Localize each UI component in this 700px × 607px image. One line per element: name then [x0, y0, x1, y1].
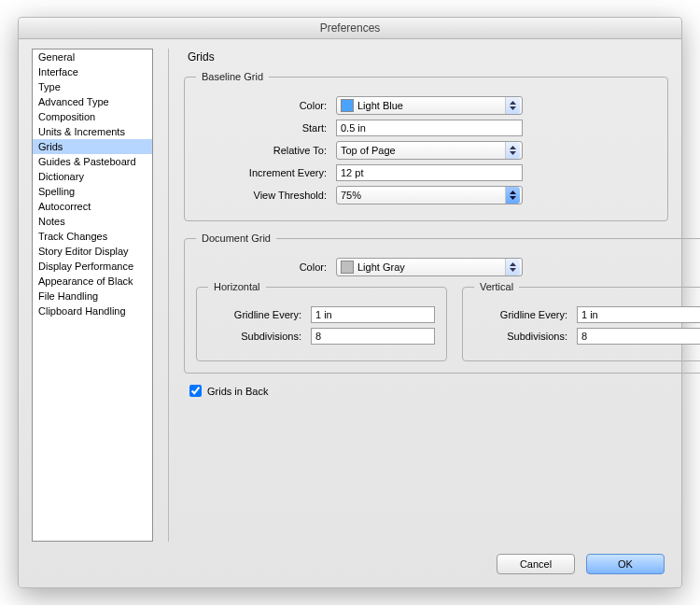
color-swatch-icon — [341, 99, 354, 112]
bg-relative-label: Relative To: — [196, 145, 330, 156]
baseline-grid-group: Baseline Grid Color: Light Blue Start: R… — [184, 71, 668, 221]
bg-threshold-label: View Threshold: — [196, 190, 330, 201]
sidebar-item-clipboard-handling[interactable]: Clipboard Handling — [33, 304, 152, 318]
sidebar-item-notes[interactable]: Notes — [33, 214, 152, 229]
document-grid-legend: Document Grid — [196, 233, 276, 244]
sidebar-item-track-changes[interactable]: Track Changes — [33, 229, 152, 244]
updown-icon — [505, 187, 520, 204]
window-title: Preferences — [19, 18, 681, 39]
sidebar-item-dictionary[interactable]: Dictionary — [33, 169, 152, 184]
ok-button[interactable]: OK — [586, 554, 665, 574]
dg-color-label: Color: — [196, 261, 330, 273]
dgv-gridline-label: Gridline Every: — [474, 309, 571, 320]
sidebar-item-general[interactable]: General — [33, 49, 152, 64]
dg-color-value: Light Gray — [357, 261, 405, 273]
bg-color-value: Light Blue — [357, 100, 403, 111]
sidebar-item-interface[interactable]: Interface — [33, 64, 152, 79]
sidebar-item-autocorrect[interactable]: Autocorrect — [33, 199, 152, 214]
updown-icon — [505, 259, 520, 275]
dg-horizontal-legend: Horizontal — [208, 281, 266, 292]
sidebar-item-guides-pasteboard[interactable]: Guides & Pasteboard — [33, 154, 152, 169]
sidebar-item-appearance-of-black[interactable]: Appearance of Black — [33, 274, 152, 289]
baseline-grid-legend: Baseline Grid — [196, 71, 269, 82]
sidebar-item-file-handling[interactable]: File Handling — [33, 289, 152, 304]
sidebar-item-display-performance[interactable]: Display Performance — [33, 259, 152, 274]
dgv-subdiv-label: Subdivisions: — [474, 331, 571, 342]
cancel-button[interactable]: Cancel — [497, 554, 575, 574]
sidebar-item-spelling[interactable]: Spelling — [33, 184, 152, 199]
bg-color-label: Color: — [196, 100, 330, 111]
preferences-window: Preferences GeneralInterfaceTypeAdvanced… — [18, 17, 682, 588]
bg-increment-label: Increment Every: — [196, 167, 330, 178]
dgh-gridline-label: Gridline Every: — [208, 309, 305, 320]
bg-relative-value: Top of Page — [341, 145, 396, 156]
dg-color-select[interactable]: Light Gray — [336, 258, 523, 276]
window-body: GeneralInterfaceTypeAdvanced TypeComposi… — [19, 39, 681, 551]
panel-title: Grids — [188, 50, 668, 64]
bg-color-select[interactable]: Light Blue — [336, 96, 523, 115]
bg-increment-input[interactable] — [336, 164, 523, 181]
sidebar-item-story-editor-display[interactable]: Story Editor Display — [33, 244, 152, 259]
dg-horizontal-group: Horizontal Gridline Every: Subdivisions: — [196, 281, 447, 361]
sidebar-item-type[interactable]: Type — [33, 79, 152, 94]
dg-vertical-legend: Vertical — [474, 281, 519, 292]
vertical-divider — [168, 49, 169, 542]
sidebar-item-composition[interactable]: Composition — [33, 109, 152, 124]
grids-in-back-label: Grids in Back — [207, 386, 268, 397]
grids-in-back-checkbox[interactable]: Grids in Back — [189, 385, 668, 397]
sidebar-item-advanced-type[interactable]: Advanced Type — [33, 94, 152, 109]
dgh-subdiv-label: Subdivisions: — [208, 331, 305, 342]
dgh-gridline-input[interactable] — [311, 306, 435, 323]
bg-start-input[interactable] — [336, 120, 523, 136]
grids-in-back-input[interactable] — [189, 385, 202, 397]
dialog-footer: Cancel OK — [497, 554, 665, 574]
document-grid-group: Document Grid Color: Light Gray Horizont… — [184, 233, 700, 374]
dgv-gridline-input[interactable] — [577, 306, 700, 323]
bg-threshold-select[interactable]: 75% — [336, 186, 523, 205]
dgh-subdiv-input[interactable] — [311, 328, 435, 345]
sidebar-item-units-increments[interactable]: Units & Increments — [33, 124, 152, 139]
updown-icon — [505, 142, 520, 159]
grids-panel: Grids Baseline Grid Color: Light Blue St… — [184, 49, 668, 542]
updown-icon — [505, 97, 520, 114]
category-sidebar[interactable]: GeneralInterfaceTypeAdvanced TypeComposi… — [32, 49, 153, 542]
sidebar-item-grids[interactable]: Grids — [33, 139, 152, 154]
bg-start-label: Start: — [196, 122, 330, 134]
bg-threshold-value: 75% — [341, 190, 361, 201]
dg-vertical-group: Vertical Gridline Every: Subdivisions: — [462, 281, 700, 361]
dgv-subdiv-input[interactable] — [577, 328, 700, 345]
bg-relative-select[interactable]: Top of Page — [336, 141, 523, 160]
color-swatch-icon — [341, 261, 354, 274]
